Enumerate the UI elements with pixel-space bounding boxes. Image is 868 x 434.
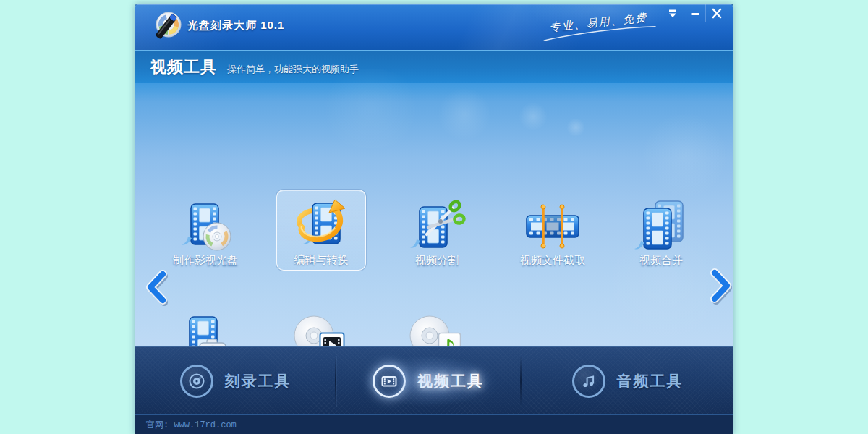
tab-label: 音频工具 [617, 371, 684, 391]
app-title: 光盘刻录大师 10.1 [187, 19, 284, 33]
official-website-link[interactable]: 官网: www.17rd.com [146, 419, 237, 431]
video-film-icon [373, 365, 406, 398]
statusbar: 官网: www.17rd.com [135, 414, 733, 434]
tool-label: 编辑与转换 [294, 253, 349, 270]
prev-page-button[interactable] [142, 268, 169, 306]
window-controls [662, 4, 727, 22]
close-button[interactable] [705, 4, 727, 22]
bottom-navbar: 刻录工具 视频工具 [135, 346, 733, 414]
filmstrip-merge-icon [632, 200, 690, 252]
tool-label: 制作影视光盘 [173, 254, 238, 271]
tab-audio-tools[interactable]: 音频工具 [521, 347, 733, 415]
filmstrip-clip-markers-icon [524, 200, 582, 252]
app-logo-disc-marker-icon [149, 9, 184, 44]
tool-edit-convert[interactable]: 编辑与转换 [276, 190, 366, 271]
tab-video-tools[interactable]: 视频工具 [336, 347, 521, 415]
filmstrip-scissors-icon [408, 200, 466, 252]
bokeh-circle [519, 102, 548, 131]
page-title: 视频工具 [150, 56, 217, 78]
minus-icon [689, 8, 701, 19]
filmstrip-disc-icon [176, 200, 234, 252]
chevron-left-icon [142, 268, 169, 306]
tab-burn-tools[interactable]: 刻录工具 [135, 347, 336, 415]
section-header: 视频工具 操作简单，功能强大的视频助手 [135, 50, 733, 83]
bar-chevron-down-icon [667, 8, 678, 19]
filmstrip-convert-arrow-icon [292, 199, 350, 251]
tool-label: 视频分割 [415, 254, 459, 271]
tool-video-split[interactable]: 视频分割 [392, 190, 482, 271]
bokeh-circle [566, 118, 585, 137]
slogan: 专业、易用、免费 [537, 9, 661, 43]
desktop-background: 光盘刻录大师 10.1 专业、易用、免费 [0, 0, 868, 434]
tool-make-video-disc[interactable]: 制作影视光盘 [161, 190, 250, 271]
bokeh-circle [438, 88, 491, 141]
minimize-button[interactable] [684, 4, 705, 22]
tool-label: 视频合并 [639, 254, 683, 271]
tab-label: 刻录工具 [225, 371, 292, 391]
x-icon [711, 8, 723, 19]
next-page-button[interactable] [709, 267, 733, 305]
titlebar: 光盘刻录大师 10.1 专业、易用、免费 [135, 4, 733, 50]
bokeh-circle [642, 112, 728, 199]
burn-disc-icon [180, 365, 213, 398]
tool-video-merge[interactable]: 视频合并 [616, 190, 706, 271]
tool-label: 视频文件截取 [520, 254, 585, 271]
tab-label: 视频工具 [417, 371, 484, 391]
chevron-right-icon [709, 267, 733, 305]
page-subtitle: 操作简单，功能强大的视频助手 [227, 63, 359, 76]
tool-video-file-clip[interactable]: 视频文件截取 [508, 190, 597, 271]
skin-menu-button[interactable] [662, 4, 684, 22]
music-note-icon [572, 365, 605, 398]
app-window: 光盘刻录大师 10.1 专业、易用、免费 [135, 4, 733, 434]
tools-panel: 制作影视光盘 编辑与转换 [135, 83, 733, 346]
